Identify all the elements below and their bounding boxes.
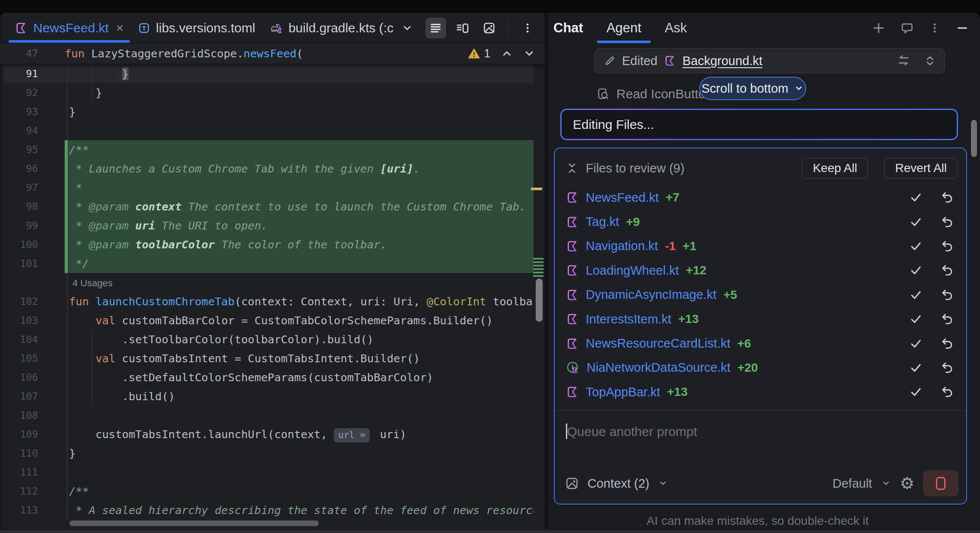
code-editor[interactable]: 91 }92 }93}9495/**96 * Launches a Custom… [0, 64, 534, 530]
edited-file-link[interactable]: Background.kt [682, 54, 762, 68]
tab-build-gradle-kts[interactable]: build.gradle.kts (:c [262, 13, 420, 43]
revert-file-undo-icon[interactable] [940, 191, 953, 204]
file-link[interactable]: NewsFeed.kt [586, 191, 659, 205]
file-review-row[interactable]: Navigation.kt-1+1 [566, 234, 960, 258]
file-review-row[interactable]: INiaNetworkDataSource.kt+20 [566, 356, 960, 380]
file-link[interactable]: NewsResourceCardList.kt [586, 336, 730, 351]
file-review-row[interactable]: InterestsItem.kt+13 [566, 307, 960, 331]
code-line[interactable]: 109 customTabsIntent.launchUrl(context, … [0, 425, 534, 444]
expand-collapse-chevrons-icon[interactable] [924, 55, 936, 67]
file-link[interactable]: TopAppBar.kt [586, 385, 660, 399]
file-link[interactable]: InterestsItem.kt [586, 312, 671, 326]
tab-agent[interactable]: Agent [606, 13, 641, 43]
code-line[interactable]: 92 } [0, 83, 534, 102]
code-line[interactable]: 97 * [0, 178, 534, 197]
code-line[interactable]: 91 } [0, 64, 534, 83]
tab-ask[interactable]: Ask [665, 13, 687, 43]
revert-file-undo-icon[interactable] [940, 337, 953, 350]
revert-file-undo-icon[interactable] [940, 240, 953, 253]
file-review-row[interactable]: NewsFeed.kt+7 [566, 185, 960, 210]
file-review-row[interactable]: TopAppBar.kt+13 [566, 380, 960, 404]
keep-file-check-icon[interactable] [909, 361, 922, 374]
code-line[interactable]: 111 [0, 463, 534, 482]
close-tab-icon[interactable]: × [116, 21, 124, 35]
prompt-input[interactable]: Queue another prompt Context (2) Default… [555, 411, 966, 504]
stop-generation-button[interactable] [923, 470, 958, 496]
code-line[interactable]: 103 val customTabBarColor = CustomTabCol… [0, 311, 534, 330]
file-review-row[interactable]: Tag.kt+9 [566, 210, 960, 234]
previous-warning-chevron-icon[interactable] [501, 47, 513, 60]
code-line[interactable]: 107 .build() [0, 387, 534, 406]
code-line[interactable]: 99 * @param uri The URI to open. [0, 216, 534, 235]
chat-vertical-scrollbar[interactable] [971, 120, 977, 157]
keep-all-button[interactable]: Keep All [802, 158, 868, 179]
split-text-preview-icon[interactable] [452, 18, 473, 38]
revert-file-undo-icon[interactable] [940, 361, 953, 374]
editor-text-view-icon[interactable] [425, 18, 446, 38]
chevron-down-icon[interactable] [658, 478, 668, 489]
code-line[interactable]: 106 .setDefaultColorSchemeParams(customT… [0, 368, 534, 387]
scroll-to-bottom-button[interactable]: Scroll to bottom [699, 77, 806, 100]
file-link[interactable]: LoadingWheel.kt [586, 263, 679, 278]
code-line[interactable]: 95/** [0, 140, 534, 159]
hidden-tabs-chevron-icon[interactable] [402, 22, 413, 34]
keep-file-check-icon[interactable] [909, 313, 922, 326]
code-line[interactable]: 108 [0, 406, 534, 425]
tab-libs-versions-toml[interactable]: T libs.versions.toml [131, 13, 262, 43]
code-line[interactable]: 100 * @param toolbarColor The color of t… [0, 235, 534, 254]
code-line[interactable]: 105 val customTabsIntent = CustomTabsInt… [0, 349, 534, 368]
file-link[interactable]: Tag.kt [586, 215, 619, 229]
revert-file-undo-icon[interactable] [940, 264, 953, 277]
revert-file-undo-icon[interactable] [940, 386, 953, 398]
editor-horizontal-scrollbar[interactable] [69, 520, 319, 526]
more-options-kebab-icon[interactable] [517, 18, 538, 38]
edited-file-card[interactable]: Edited Background.kt [594, 48, 945, 73]
revert-all-button[interactable]: Revert All [884, 158, 958, 179]
keep-file-check-icon[interactable] [909, 288, 922, 301]
file-link[interactable]: NiaNetworkDataSource.kt [587, 361, 731, 375]
keep-file-check-icon[interactable] [909, 337, 922, 350]
code-line[interactable]: 113 * A sealed hierarchy describing the … [0, 501, 534, 520]
collapse-all-icon[interactable] [566, 162, 578, 174]
revert-file-undo-icon[interactable] [940, 288, 953, 301]
chevron-down-icon[interactable] [881, 478, 891, 489]
file-review-row[interactable]: DynamicAsyncImage.kt+5 [566, 283, 960, 307]
keep-file-check-icon[interactable] [909, 216, 922, 229]
code-line[interactable]: 101 */ [0, 254, 534, 273]
file-link[interactable]: Navigation.kt [586, 239, 658, 253]
chat-history-bubble-icon[interactable] [901, 22, 914, 34]
image-preview-icon[interactable] [479, 18, 499, 38]
keep-file-check-icon[interactable] [909, 264, 922, 277]
warning-triangle-icon[interactable]: 1 [468, 47, 490, 60]
context-selector[interactable]: Context (2) [587, 477, 649, 491]
code-line[interactable]: 112/** [0, 482, 534, 501]
file-review-row[interactable]: LoadingWheel.kt+12 [566, 258, 960, 282]
pane-divider[interactable] [545, 13, 548, 530]
code-line[interactable]: 102fun launchCustomChromeTab(context: Co… [0, 292, 534, 311]
settings-gear-icon[interactable]: ⚙ [900, 475, 914, 492]
show-diff-icon[interactable] [897, 54, 910, 67]
model-selector[interactable]: Default [832, 477, 872, 491]
attach-image-icon[interactable] [565, 477, 579, 490]
code-line[interactable]: 110} [0, 444, 534, 463]
code-line[interactable]: 104 .setToolbarColor(toolbarColor).build… [0, 330, 534, 349]
sticky-code-line[interactable]: 47 fun LazyStaggeredGridScope.newsFeed( … [0, 43, 545, 64]
next-warning-chevron-icon[interactable] [523, 47, 535, 60]
tab-chat[interactable]: Chat [553, 13, 583, 43]
new-chat-plus-icon[interactable] [872, 22, 885, 34]
usages-inlay-hint[interactable]: 4 Usages [69, 278, 113, 288]
more-options-kebab-icon[interactable] [929, 22, 940, 34]
code-line[interactable]: 93} [0, 102, 534, 121]
code-line[interactable]: 4 Usages [0, 273, 534, 292]
tab-newsfeed-kt[interactable]: NewsFeed.kt × [8, 13, 131, 43]
revert-file-undo-icon[interactable] [940, 216, 953, 229]
revert-file-undo-icon[interactable] [940, 313, 953, 326]
file-review-row[interactable]: NewsResourceCardList.kt+6 [566, 331, 960, 355]
keep-file-check-icon[interactable] [909, 386, 922, 398]
file-link[interactable]: DynamicAsyncImage.kt [586, 288, 716, 302]
keep-file-check-icon[interactable] [909, 240, 922, 253]
hide-panel-minimize-icon[interactable] [956, 22, 969, 34]
keep-file-check-icon[interactable] [909, 191, 922, 204]
code-line[interactable]: 98 * @param context The context to use t… [0, 197, 534, 216]
editor-vertical-scrollbar[interactable] [536, 279, 543, 322]
